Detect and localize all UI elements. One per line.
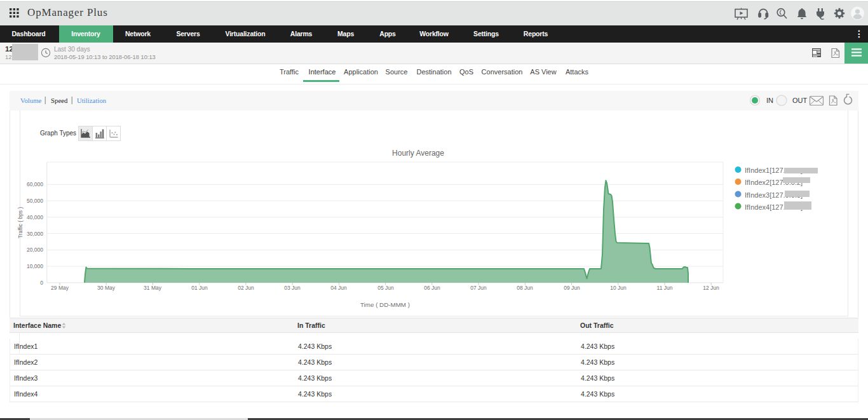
svg-text:Traffic ( bps ): Traffic ( bps )	[17, 207, 24, 239]
